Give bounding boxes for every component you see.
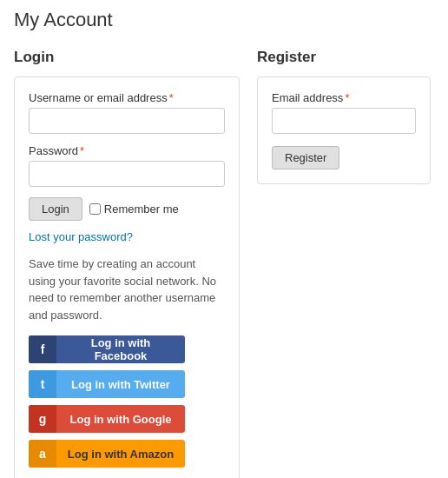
password-input[interactable] — [29, 161, 225, 187]
login-column: Login Username or email address* Passwor… — [14, 49, 240, 478]
password-required: * — [80, 144, 84, 157]
lost-password-link[interactable]: Lost your password? — [29, 230, 133, 243]
password-label: Password* — [29, 144, 225, 157]
email-label: Email address* — [272, 91, 416, 104]
email-required: * — [345, 91, 349, 104]
main-columns: Login Username or email address* Passwor… — [14, 49, 434, 478]
username-required: * — [169, 91, 174, 104]
page-title: My Account — [14, 9, 434, 31]
remember-me-label[interactable]: Remember me — [89, 202, 179, 216]
username-input[interactable] — [29, 108, 225, 134]
login-card: Username or email address* Password* Log… — [14, 76, 240, 478]
username-label: Username or email address* — [29, 91, 225, 104]
login-section-title: Login — [14, 49, 240, 66]
login-button[interactable]: Login — [29, 197, 82, 221]
amazon-login-button[interactable]: a Log in with Amazon — [29, 440, 185, 468]
twitter-icon: t — [29, 370, 56, 398]
google-label: Log in with Google — [56, 413, 185, 426]
twitter-label: Log in with Twitter — [56, 378, 185, 391]
google-icon: g — [29, 405, 56, 433]
amazon-label: Log in with Amazon — [56, 448, 185, 461]
register-card: Email address* Register — [257, 76, 431, 184]
twitter-login-button[interactable]: t Log in with Twitter — [29, 370, 185, 398]
social-description: Save time by creating an account using y… — [29, 256, 225, 323]
facebook-label: Log in with Facebook — [56, 336, 185, 362]
register-column: Register Email address* Register — [257, 49, 431, 184]
amazon-icon: a — [29, 440, 56, 468]
remember-me-checkbox[interactable] — [89, 203, 101, 215]
google-login-button[interactable]: g Log in with Google — [29, 405, 185, 433]
facebook-login-button[interactable]: f Log in with Facebook — [29, 335, 185, 363]
register-section-title: Register — [257, 49, 431, 66]
register-button[interactable]: Register — [272, 146, 339, 169]
login-action-row: Login Remember me — [29, 197, 225, 221]
register-email-input[interactable] — [272, 108, 416, 134]
facebook-icon: f — [29, 335, 56, 363]
